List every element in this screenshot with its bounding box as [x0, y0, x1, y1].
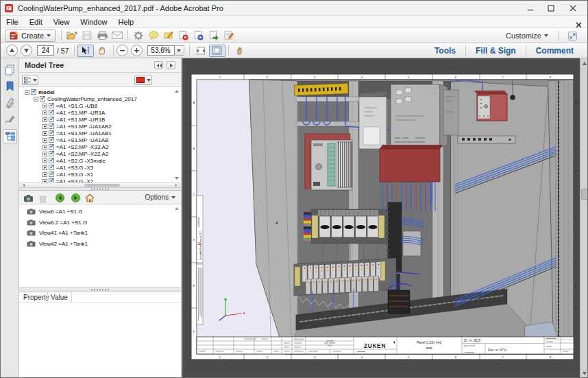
collapse-box-icon[interactable]	[25, 90, 29, 95]
expand-box-icon[interactable]	[42, 110, 47, 115]
collapse-panel-button[interactable]	[154, 61, 163, 69]
checkbox-icon[interactable]	[40, 96, 45, 102]
expand-box-icon[interactable]	[42, 104, 47, 108]
expand-box-icon[interactable]	[42, 158, 47, 163]
collapse-box-icon[interactable]	[34, 97, 38, 102]
tree-item[interactable]: model	[25, 88, 55, 95]
value-column-header: Value	[51, 294, 68, 301]
tree-horizontal-scrollbar[interactable]	[21, 182, 180, 187]
zoom-level-input[interactable]	[147, 45, 175, 56]
menu-window[interactable]: Window	[75, 16, 112, 28]
menu-help[interactable]: Help	[112, 16, 139, 28]
zoom-in-button[interactable]	[131, 45, 143, 56]
checkbox-icon[interactable]	[49, 158, 54, 163]
tab-fill-sign[interactable]: Fill & Sign	[469, 46, 523, 56]
scrollbar-thumb[interactable]	[84, 184, 120, 187]
gear-button[interactable]	[131, 29, 146, 42]
panel-splitter[interactable]	[19, 287, 181, 292]
checkbox-icon[interactable]	[49, 117, 54, 122]
menu-file[interactable]: File	[1, 16, 24, 28]
attachments-icon[interactable]	[3, 96, 17, 110]
create-view-button[interactable]	[23, 193, 34, 205]
zoom-dropdown-button[interactable]	[175, 45, 184, 56]
tree-options-button[interactable]	[22, 75, 38, 85]
highlight-color-picker[interactable]	[134, 75, 152, 85]
form-sign-button[interactable]	[221, 29, 236, 42]
previous-page-button[interactable]	[6, 45, 18, 56]
zoom-out-button[interactable]	[117, 45, 128, 56]
document-view-3d[interactable]: 1180 12345678	[182, 58, 588, 378]
page-thumbnails-icon[interactable]	[3, 62, 17, 77]
scroll-up-icon[interactable]	[175, 90, 179, 93]
scroll-down-icon[interactable]	[583, 372, 587, 375]
expand-box-icon[interactable]	[42, 131, 47, 136]
checkbox-icon[interactable]	[49, 123, 54, 129]
next-page-button[interactable]	[21, 45, 32, 56]
expand-panel-button[interactable]	[167, 61, 175, 69]
checkbox-icon[interactable]	[49, 103, 54, 108]
print-button[interactable]	[95, 29, 110, 42]
maximize-button[interactable]	[541, 2, 561, 14]
scroll-up-icon[interactable]	[583, 62, 587, 65]
close-button[interactable]	[563, 2, 583, 14]
3d-navigation-button[interactable]	[232, 45, 248, 57]
next-view-button[interactable]	[71, 193, 80, 205]
checkbox-icon[interactable]	[49, 172, 54, 177]
default-view-home-button[interactable]	[85, 193, 95, 205]
scroll-left-icon[interactable]	[23, 184, 25, 187]
menu-view[interactable]: View	[48, 16, 75, 28]
expand-box-icon[interactable]	[42, 117, 47, 122]
model-tree-list[interactable]: model CoolingWaterPump_enhanced_2017 =A1…	[19, 87, 181, 182]
checkbox-icon[interactable]	[49, 130, 54, 136]
previous-view-button[interactable]	[56, 193, 64, 205]
views-list[interactable]: View6 =A1 +S1.G View6.2 =A1 +S1.G View41…	[19, 204, 181, 287]
hand-tool-button[interactable]	[94, 45, 110, 57]
expand-box-icon[interactable]	[42, 172, 47, 177]
signatures-icon[interactable]	[3, 113, 17, 127]
select-tool-button[interactable]	[77, 45, 94, 57]
tree-item[interactable]: =A1 +S3.G -X2	[42, 178, 93, 182]
bookmarks-icon[interactable]	[3, 79, 17, 93]
scroll-up-icon[interactable]	[175, 207, 179, 210]
tab-tools[interactable]: Tools	[428, 46, 463, 56]
expand-box-icon[interactable]	[42, 165, 47, 170]
email-button[interactable]	[110, 29, 125, 42]
highlight-button[interactable]	[161, 29, 176, 42]
fit-page-button[interactable]	[209, 45, 225, 57]
scrollbar-thumb[interactable]	[581, 189, 588, 200]
checkbox-icon[interactable]	[49, 110, 54, 115]
title-bar[interactable]: CoolingWaterPump_enhanced_2017.pdf - Ado…	[1, 1, 587, 16]
save-button[interactable]	[79, 29, 95, 42]
view-item[interactable]: View6.2 =A1 +S1.G	[27, 218, 87, 227]
tab-comment[interactable]: Comment	[529, 46, 580, 56]
checkbox-icon[interactable]	[49, 165, 54, 170]
view-item[interactable]: View6 =A1 +S1.G	[27, 207, 82, 216]
menu-edit[interactable]: Edit	[24, 16, 48, 28]
expand-box-icon[interactable]	[42, 145, 47, 150]
fit-width-button[interactable]	[193, 45, 209, 57]
pdf-protect-button[interactable]	[191, 29, 206, 42]
pdf-remove-button[interactable]	[176, 29, 191, 42]
checkbox-icon[interactable]	[49, 137, 54, 143]
view-item[interactable]: View41 =A1 +Tank1	[27, 228, 88, 237]
expand-box-icon[interactable]	[42, 124, 47, 129]
expand-window-icon[interactable]	[565, 29, 579, 42]
expand-box-icon[interactable]	[42, 152, 47, 156]
checkbox-icon[interactable]	[49, 144, 54, 150]
comment-bubble-button[interactable]	[146, 29, 161, 42]
expand-box-icon[interactable]	[42, 138, 47, 143]
model-tree-tab-icon[interactable]	[3, 129, 17, 143]
create-button[interactable]: Create	[5, 29, 56, 42]
scroll-right-icon[interactable]	[175, 184, 177, 187]
checkbox-icon[interactable]	[31, 89, 36, 95]
customize-button[interactable]: Customize	[503, 29, 551, 42]
pdf-export-button[interactable]	[206, 29, 221, 42]
open-file-button[interactable]	[64, 29, 79, 42]
checkbox-icon[interactable]	[49, 151, 54, 156]
minimize-button[interactable]	[520, 2, 541, 14]
page-number-input[interactable]	[37, 45, 54, 56]
view-item[interactable]: View42 =A1 +Tank1	[27, 239, 88, 248]
document-scrollbar[interactable]	[580, 58, 588, 378]
views-options-button[interactable]: Options	[145, 193, 175, 201]
scroll-down-icon[interactable]	[175, 177, 179, 180]
